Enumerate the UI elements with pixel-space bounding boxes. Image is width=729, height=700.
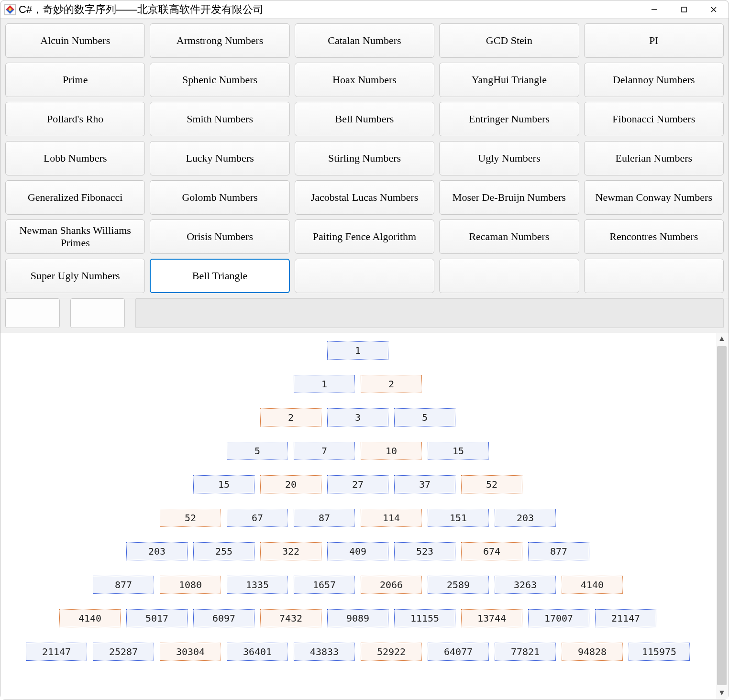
- triangle-cell: 2: [260, 408, 321, 427]
- triangle-cell: 1657: [294, 576, 355, 594]
- sequence-button-b12[interactable]: Hoax Numbers: [295, 63, 434, 97]
- status-row: [0, 298, 729, 333]
- triangle-cell: 5: [227, 442, 288, 460]
- sequence-button-b14[interactable]: Delannoy Numbers: [584, 63, 724, 97]
- sequence-button-b33[interactable]: Ugly Numbers: [439, 141, 579, 175]
- sequence-button-b43[interactable]: Moser De-Bruijn Numbers: [439, 180, 579, 215]
- triangle-row: 1: [327, 341, 388, 360]
- triangle-row: 203255322409523674877: [126, 542, 589, 560]
- sequence-button-b22[interactable]: Bell Numbers: [295, 102, 434, 136]
- triangle-cell: 1: [294, 375, 355, 393]
- sequence-button-b32[interactable]: Stirling Numbers: [295, 141, 434, 175]
- aux-button-1[interactable]: [5, 298, 60, 328]
- sequence-button-b23[interactable]: Entringer Numbers: [439, 102, 579, 136]
- triangle-cell: 409: [327, 542, 388, 560]
- sequence-button-b31[interactable]: Lucky Numbers: [150, 141, 289, 175]
- triangle-row: 2114725287303043640143833529226407777821…: [26, 643, 690, 661]
- sequence-button-grid: Alcuin NumbersArmstrong NumbersCatalan N…: [0, 19, 729, 298]
- triangle-cell: 3: [327, 408, 388, 427]
- triangle-cell: 27: [327, 475, 388, 493]
- triangle-cell: 67: [227, 509, 288, 527]
- app-icon: [4, 4, 16, 15]
- status-bar: [135, 298, 724, 328]
- sequence-button-b30[interactable]: Lobb Numbers: [5, 141, 145, 175]
- scroll-thumb[interactable]: [717, 346, 727, 685]
- titlebar: C#，奇妙的数字序列——北京联高软件开发有限公司: [0, 0, 729, 19]
- sequence-button-b02[interactable]: Catalan Numbers: [295, 23, 434, 58]
- triangle-cell: 52: [461, 475, 522, 493]
- triangle-cell: 203: [495, 509, 556, 527]
- sequence-button-b53[interactable]: Recaman Numbers: [439, 219, 579, 254]
- vertical-scrollbar[interactable]: ▲ ▼: [716, 333, 728, 699]
- sequence-button-b42[interactable]: Jacobstal Lucas Numbers: [295, 180, 434, 215]
- sequence-button-b60[interactable]: Super Ugly Numbers: [5, 259, 145, 293]
- triangle-cell: 523: [394, 542, 455, 560]
- triangle-cell: 52922: [361, 643, 422, 661]
- triangle-cell: 20: [260, 475, 321, 493]
- sequence-button-b64[interactable]: [584, 259, 724, 293]
- sequence-button-b01[interactable]: Armstrong Numbers: [150, 23, 289, 58]
- triangle-cell: 203: [126, 542, 188, 560]
- triangle-row: 1520273752: [193, 475, 522, 493]
- sequence-button-b00[interactable]: Alcuin Numbers: [5, 23, 145, 58]
- triangle-cell: 115975: [629, 643, 690, 661]
- minimize-button[interactable]: [640, 0, 669, 18]
- output-panel: 1122355710151520273752526787114151203203…: [0, 333, 729, 700]
- sequence-button-b34[interactable]: Eulerian Numbers: [584, 141, 724, 175]
- sequence-button-b52[interactable]: Paiting Fence Algorithm: [295, 219, 434, 254]
- sequence-button-b44[interactable]: Newman Conway Numbers: [584, 180, 724, 215]
- sequence-button-b51[interactable]: Orisis Numbers: [150, 219, 289, 254]
- triangle-cell: 7432: [260, 609, 321, 627]
- bell-triangle-output: 1122355710151520273752526787114151203203…: [0, 333, 715, 700]
- triangle-cell: 2: [361, 375, 422, 393]
- triangle-cell: 15: [193, 475, 254, 493]
- triangle-cell: 2066: [361, 576, 422, 594]
- sequence-button-b03[interactable]: GCD Stein: [439, 23, 579, 58]
- triangle-cell: 43833: [294, 643, 355, 661]
- maximize-button[interactable]: [669, 0, 699, 18]
- triangle-cell: 9089: [327, 609, 388, 627]
- window-controls: [640, 0, 729, 18]
- close-button[interactable]: [699, 0, 729, 18]
- sequence-button-b11[interactable]: Sphenic Numbers: [150, 63, 289, 97]
- triangle-cell: 21147: [595, 609, 656, 627]
- sequence-button-b40[interactable]: Generalized Fibonacci: [5, 180, 145, 215]
- triangle-cell: 7: [294, 442, 355, 460]
- triangle-cell: 52: [160, 509, 221, 527]
- sequence-button-b63[interactable]: [439, 259, 579, 293]
- app-window: C#，奇妙的数字序列——北京联高软件开发有限公司 Alcuin NumbersA…: [0, 0, 729, 700]
- sequence-button-b41[interactable]: Golomb Numbers: [150, 180, 289, 215]
- triangle-row: 8771080133516572066258932634140: [93, 576, 623, 594]
- triangle-cell: 17007: [528, 609, 589, 627]
- sequence-button-b24[interactable]: Fibonacci Numbers: [584, 102, 724, 136]
- triangle-cell: 674: [461, 542, 522, 560]
- triangle-cell: 877: [528, 542, 589, 560]
- triangle-cell: 87: [294, 509, 355, 527]
- sequence-button-b21[interactable]: Smith Numbers: [150, 102, 289, 136]
- triangle-cell: 11155: [394, 609, 455, 627]
- aux-button-2[interactable]: [70, 298, 125, 328]
- triangle-cell: 151: [428, 509, 489, 527]
- triangle-cell: 114: [361, 509, 422, 527]
- triangle-cell: 255: [193, 542, 254, 560]
- sequence-button-b62[interactable]: [295, 259, 434, 293]
- triangle-row: 571015: [227, 442, 489, 460]
- triangle-cell: 77821: [495, 643, 556, 661]
- sequence-button-b10[interactable]: Prime: [5, 63, 145, 97]
- triangle-cell: 322: [260, 542, 321, 560]
- scroll-up-arrow[interactable]: ▲: [716, 333, 728, 344]
- sequence-button-b61[interactable]: Bell Triangle: [150, 259, 289, 293]
- triangle-cell: 1335: [227, 576, 288, 594]
- sequence-button-b54[interactable]: Rencontres Numbers: [584, 219, 724, 254]
- triangle-row: 235: [260, 408, 455, 427]
- triangle-cell: 37: [394, 475, 455, 493]
- scroll-down-arrow[interactable]: ▼: [716, 687, 728, 699]
- triangle-cell: 4140: [59, 609, 121, 627]
- sequence-button-b20[interactable]: Pollard's Rho: [5, 102, 145, 136]
- sequence-button-b13[interactable]: YangHui Triangle: [439, 63, 579, 97]
- triangle-cell: 5: [394, 408, 455, 427]
- sequence-button-b04[interactable]: PI: [584, 23, 724, 58]
- triangle-cell: 1: [327, 341, 388, 360]
- triangle-cell: 30304: [160, 643, 221, 661]
- sequence-button-b50[interactable]: Newman Shanks Williams Primes: [5, 219, 145, 254]
